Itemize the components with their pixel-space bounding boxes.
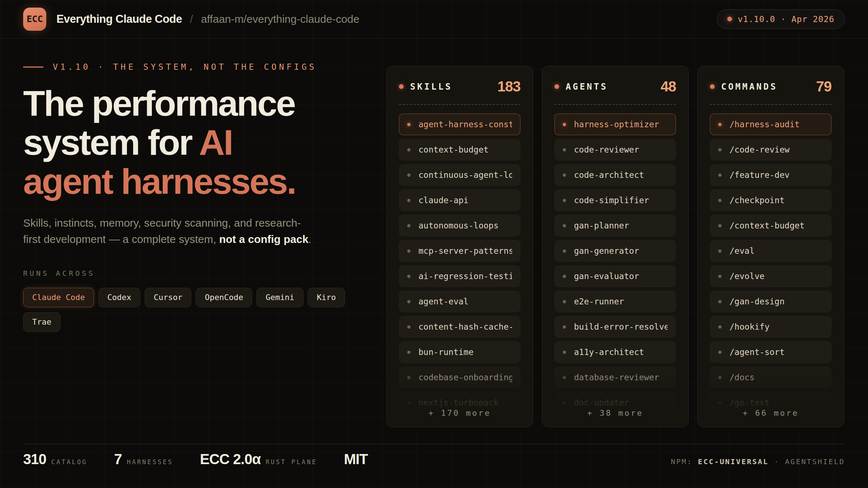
agent-list-item[interactable]: e2e-runner xyxy=(554,291,676,312)
command-list-item[interactable]: /docs xyxy=(710,367,831,388)
skill-item-label: agent-eval xyxy=(418,297,468,306)
skill-item-label: codebase-onboarding xyxy=(418,373,512,382)
commands-more-link[interactable]: + 66 more xyxy=(698,408,844,418)
command-list-item[interactable]: /eval xyxy=(710,240,831,262)
agent-item-label: harness-optimizer xyxy=(574,120,659,129)
bullet-icon xyxy=(563,249,566,253)
stat-version: ECC 2.0α RUST PLANE xyxy=(200,451,317,467)
bullet-icon xyxy=(718,224,722,227)
agent-list-item[interactable]: code-simplifier xyxy=(554,189,676,211)
command-list-item[interactable]: /agent-sort xyxy=(710,341,831,363)
skill-item-label: context-budget xyxy=(418,145,489,154)
skill-list-item[interactable]: mcp-server-patterns xyxy=(399,240,520,262)
agent-item-label: go-reviewer xyxy=(574,423,629,427)
bullet-icon xyxy=(407,376,410,379)
command-item-label: /evolve xyxy=(729,271,765,281)
agent-list-item[interactable]: code-architect xyxy=(554,164,676,186)
command-list-item[interactable]: /code-review xyxy=(710,139,831,160)
agent-list-item[interactable]: build-error-resolver xyxy=(554,316,676,338)
footer-npm-info: NPM: ECC-UNIVERSAL · AGENTSHIELD xyxy=(671,457,845,466)
skill-list-item[interactable]: agent-harness-constr… xyxy=(399,114,520,135)
bullet-icon xyxy=(407,123,410,126)
bullet-icon xyxy=(407,427,410,428)
bullet-icon xyxy=(563,123,566,126)
command-list-item[interactable]: /hookify xyxy=(710,316,831,338)
bullet-icon xyxy=(407,249,410,253)
hero-eyebrow: V1.10 · THE SYSTEM, NOT THE CONFIGS xyxy=(23,62,363,72)
harness-chip[interactable]: Kiro xyxy=(308,288,345,307)
command-list-item[interactable]: /context-budget xyxy=(710,215,831,236)
stat-label: CATALOG xyxy=(51,458,88,466)
bullet-icon xyxy=(407,148,410,151)
skills-list: agent-harness-constr… context-budget con… xyxy=(399,114,520,427)
footer: 310 CATALOG 7 HARNESSES ECC 2.0α RUST PL… xyxy=(23,451,845,467)
harness-chip[interactable]: Claude Code xyxy=(23,288,94,307)
agent-list-item[interactable]: gan-planner xyxy=(554,215,676,236)
dashed-divider xyxy=(554,104,676,105)
skill-list-item[interactable]: agent-eval xyxy=(399,291,520,312)
top-header: ECC Everything Claude Code / affaan-m/ev… xyxy=(0,0,868,38)
bullet-icon xyxy=(563,401,566,404)
version-badge[interactable]: v1.10.0 · Apr 2026 xyxy=(717,9,845,29)
command-list-item[interactable]: /feature-dev xyxy=(710,164,831,186)
agent-list-item[interactable]: go-reviewer xyxy=(554,417,676,427)
harness-chips: Claude Code Codex Cursor OpenCode Gemini… xyxy=(23,288,349,332)
skill-item-label: ai-regression-testing xyxy=(418,271,512,281)
skill-item-label: bun-runtime xyxy=(418,347,473,357)
bullet-icon xyxy=(718,325,722,329)
dashed-divider xyxy=(399,104,520,105)
agents-count: 48 xyxy=(661,78,676,95)
command-list-item[interactable]: /gan-design xyxy=(710,291,831,312)
status-dot-icon xyxy=(727,17,732,21)
bullet-icon xyxy=(710,84,715,89)
heading-line2-white: system for xyxy=(23,122,199,162)
bullet-icon xyxy=(718,427,722,428)
subtitle-bold: not a config pack xyxy=(219,233,309,245)
skill-list-item[interactable]: autonomous-loops xyxy=(399,215,520,236)
skill-list-item[interactable]: api-connector-builder xyxy=(399,417,520,427)
skill-list-item[interactable]: codebase-onboarding xyxy=(399,367,520,388)
harness-chip[interactable]: Cursor xyxy=(145,288,191,307)
skill-list-item[interactable]: content-hash-cache-p… xyxy=(399,316,520,338)
agent-list-item[interactable]: database-reviewer xyxy=(554,367,676,388)
command-item-label: /gan-design xyxy=(729,297,784,306)
skill-list-item[interactable]: continuous-agent-loop xyxy=(399,164,520,186)
skill-list-item[interactable]: bun-runtime xyxy=(399,341,520,363)
harness-chip[interactable]: Trae xyxy=(23,312,60,332)
hero-section: V1.10 · THE SYSTEM, NOT THE CONFIGS The … xyxy=(23,62,363,332)
stat-catalog: 310 CATALOG xyxy=(23,451,87,467)
agent-item-label: a11y-architect xyxy=(574,347,644,357)
subtitle-line1: Skills, instincts, memory, security scan… xyxy=(23,217,301,229)
skill-item-label: api-connector-builder xyxy=(418,423,512,427)
command-list-item[interactable]: /e2e xyxy=(710,417,831,427)
agent-list-item[interactable]: a11y-architect xyxy=(554,341,676,363)
agents-list: harness-optimizer code-reviewer code-arc… xyxy=(554,114,676,427)
agents-more-link[interactable]: + 38 more xyxy=(542,408,688,418)
command-list-item[interactable]: /checkpoint xyxy=(710,189,831,211)
agent-item-label: code-simplifier xyxy=(574,196,649,205)
commands-list: /harness-audit /code-review /feature-dev xyxy=(710,114,831,427)
agent-list-item[interactable]: gan-evaluator xyxy=(554,265,676,287)
agents-card: AGENTS 48 harness-optimizer code-reviewe… xyxy=(542,66,689,427)
bullet-icon xyxy=(718,148,722,151)
skill-list-item[interactable]: context-budget xyxy=(399,139,520,160)
command-item-label: /go-test xyxy=(729,398,770,407)
harness-chip[interactable]: Gemini xyxy=(256,288,303,307)
bullet-icon xyxy=(718,275,722,278)
repo-breadcrumb[interactable]: affaan-m/everything-claude-code xyxy=(201,13,359,25)
command-list-item[interactable]: /harness-audit xyxy=(710,114,831,135)
skill-item-label: content-hash-cache-p… xyxy=(418,322,512,331)
agent-list-item[interactable]: harness-optimizer xyxy=(554,114,676,135)
command-list-item[interactable]: /evolve xyxy=(710,265,831,287)
harness-chip[interactable]: Codex xyxy=(98,288,140,307)
npm-package-name: ECC-UNIVERSAL xyxy=(698,457,769,466)
harness-chip[interactable]: OpenCode xyxy=(196,288,252,307)
skill-list-item[interactable]: ai-regression-testing xyxy=(399,265,520,287)
skill-list-item[interactable]: claude-api xyxy=(399,189,520,211)
agent-list-item[interactable]: code-reviewer xyxy=(554,139,676,160)
subtitle-line2: first development — a complete system, xyxy=(23,233,219,245)
bullet-icon xyxy=(563,174,566,177)
skills-more-link[interactable]: + 170 more xyxy=(387,408,533,418)
stat-value: MIT xyxy=(344,451,368,467)
agent-list-item[interactable]: gan-generator xyxy=(554,240,676,262)
